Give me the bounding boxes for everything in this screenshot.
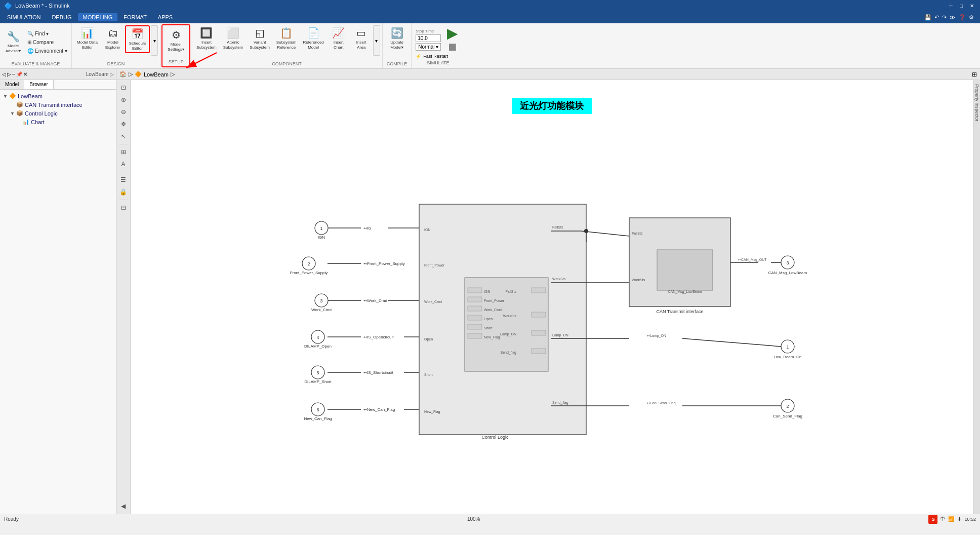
quick-undo-icon[interactable]: ↶ [934, 14, 939, 21]
property-inspector-label[interactable]: Property Inspector [974, 82, 980, 124]
collapse-icon[interactable]: − [12, 71, 15, 77]
minimize-btn[interactable]: ─ [947, 3, 955, 9]
home-icon[interactable]: 🏠 [119, 71, 127, 78]
pin-icon[interactable]: 📌 [16, 71, 22, 77]
status-network: 📶 [948, 516, 954, 522]
hide-btn[interactable]: ☰ [118, 174, 129, 185]
update-model-button[interactable]: 🔄 UpdateModel▾ [385, 25, 410, 51]
tree-label-can: CAN Transmit interface [25, 102, 83, 108]
simulink-canvas[interactable]: 近光灯功能模块 ↤IG IGN ↤Front_Power_Supply Fron… [131, 80, 973, 514]
collapse-toolbar-btn[interactable]: ◀ [118, 501, 129, 512]
control-logic-label: Control Logic [481, 435, 509, 440]
lamp-on-label: ↤Lamp_ON [647, 334, 666, 338]
inport-1-num: 1 [320, 226, 322, 231]
menu-bar: SIMULATION DEBUG MODELING FORMAT APPS 💾 … [0, 11, 980, 23]
status-time: 10:52 [964, 517, 976, 522]
zoom-out-btn[interactable]: ⊖ [118, 106, 129, 118]
back-icon[interactable]: ◁ [2, 71, 6, 77]
chart-short-lbl: Short [484, 326, 493, 330]
tab-model[interactable]: Model [0, 80, 24, 89]
inport-4-label: DILAMP_Open [304, 344, 332, 349]
chart-open-lbl: Open [484, 317, 493, 321]
close-btn[interactable]: ✕ [968, 3, 976, 9]
model-advisor-button[interactable]: 🔧 ModelAdvisor▾ [2, 29, 24, 55]
referenced-model-icon: 📄 [307, 27, 320, 39]
lock-btn[interactable]: 🔒 [118, 186, 129, 198]
environment-button[interactable]: 🌐 Environment ▾ [25, 47, 69, 55]
model-explorer-button[interactable]: 🗂 ModelExplorer [102, 25, 124, 51]
atomic-subsystem-button[interactable]: ⬜ AtomicSubsystem [220, 25, 247, 51]
can-transmit-label: CAN Transmit interface [656, 309, 703, 314]
quick-help-icon[interactable]: ❓ [959, 14, 966, 21]
right-property-panel: Property Inspector [973, 80, 980, 514]
outport-2-num: 2 [786, 404, 789, 409]
select-btn[interactable]: ↖ [118, 131, 129, 142]
forward-icon[interactable]: ▷ [7, 71, 11, 77]
stop-time-input[interactable] [416, 34, 441, 42]
run-button[interactable]: ▶ [445, 26, 460, 41]
insert-chart-label: InsertChart [334, 40, 344, 50]
expand-component-icon[interactable]: ▾ [373, 25, 380, 56]
cl-worksts-label: WorkSts [552, 277, 566, 281]
tree-label-chart: Chart [31, 119, 45, 125]
menu-debug[interactable]: DEBUG [47, 13, 76, 21]
close-panel-icon[interactable]: ✕ [23, 71, 27, 77]
chart-out-lamp [532, 330, 546, 335]
stop-button[interactable]: ⏹ [445, 42, 460, 53]
quick-more-icon[interactable]: ≫ [950, 14, 956, 21]
cl-work-label: Work_Cmd [424, 300, 442, 304]
wire-work-label: ↤Work_Cmd [363, 298, 387, 303]
referenced-model-button[interactable]: 📄 ReferencedModel [300, 25, 326, 51]
diagram-svg: ↤IG IGN ↤Front_Power_Supply Front_Power … [131, 80, 973, 514]
subsystem-reference-button[interactable]: 📋 SubsystemReference [273, 25, 300, 51]
menu-simulation[interactable]: SIMULATION [2, 13, 46, 21]
insert-area-button[interactable]: ▭ InsertArea [350, 25, 373, 51]
wire-failsts-to-can [581, 231, 629, 236]
quick-settings-icon[interactable]: ⚙ [969, 14, 974, 21]
quick-save-icon[interactable]: 💾 [924, 14, 931, 21]
app-icon: 🔷 [4, 2, 12, 10]
compile-label: COMPILE [385, 60, 410, 67]
title-bar-left: 🔷 LowBeam * - Simulink [4, 2, 70, 10]
compare-button[interactable]: ⊞ Compare [25, 39, 69, 46]
menu-modeling[interactable]: MODELING [78, 13, 118, 21]
menu-apps[interactable]: APPS [153, 13, 178, 21]
variant-subsystem-icon: ◱ [255, 27, 265, 39]
zoom-fit-btn[interactable]: ⊡ [118, 82, 129, 93]
collapse-all-btn[interactable]: ⊟ [118, 202, 129, 213]
zoom-region-btn[interactable]: ⊞ [118, 146, 129, 158]
tree-item-chart[interactable]: 📊 Chart [2, 118, 114, 126]
chart-worksts-out-lbl: WorkSts [503, 314, 517, 318]
maximize-btn[interactable]: □ [958, 3, 965, 9]
zoom-in-btn[interactable]: ⊕ [118, 94, 129, 105]
model-data-editor-button[interactable]: 📊 Model DataEditor [74, 25, 101, 51]
menu-format[interactable]: FORMAT [118, 13, 152, 21]
cl-sendflag-label: Send_flag [552, 401, 568, 405]
inport-4-num: 4 [316, 335, 319, 340]
tab-browser[interactable]: Browser [24, 80, 54, 89]
model-advisor-icon: 🔧 [7, 30, 20, 43]
normal-dropdown[interactable]: Normal ▾ [416, 43, 441, 51]
wire-ign-label: ↤IG [363, 226, 371, 231]
pan-btn[interactable]: ✥ [118, 119, 129, 130]
inport-1-label: IGN [318, 235, 325, 240]
browser-panel: ◁ ▷ − 📌 ✕ LowBeam ▷ Model Browser ▼ 🔶 Lo… [0, 69, 116, 514]
quick-redo-icon[interactable]: ↷ [942, 14, 947, 21]
fast-restart-label: Fast Restart [423, 54, 448, 59]
more-design-btn[interactable]: ▾ [151, 25, 158, 56]
chart-port-open [468, 315, 482, 320]
tree-item-can-transmit[interactable]: 📦 CAN Transmit interface [2, 100, 114, 109]
chart-out-sendflag [532, 349, 546, 354]
insert-chart-button[interactable]: 📈 InsertChart [328, 25, 350, 51]
variant-subsystem-button[interactable]: ◱ VariantSubsystem [247, 25, 273, 51]
canvas-view-icon[interactable]: ⊞ [972, 71, 977, 78]
schedule-editor-button[interactable]: 📅 ScheduleEditor [125, 25, 150, 53]
can-out-label: ↤CAN_Msg_OUT [738, 258, 767, 262]
find-button[interactable]: 🔍 Find ▾ [25, 30, 69, 37]
atomic-subsystem-icon: ⬜ [227, 27, 239, 39]
tree-item-lowbeam[interactable]: ▼ 🔶 LowBeam [2, 92, 114, 100]
can-worksts-label: WorkSts [632, 278, 645, 282]
tree-item-control-logic[interactable]: ▼ 📦 Control Logic [2, 109, 114, 118]
annotation-btn[interactable]: A [118, 159, 129, 170]
breadcrumb-model-name[interactable]: LowBeam [144, 71, 169, 78]
